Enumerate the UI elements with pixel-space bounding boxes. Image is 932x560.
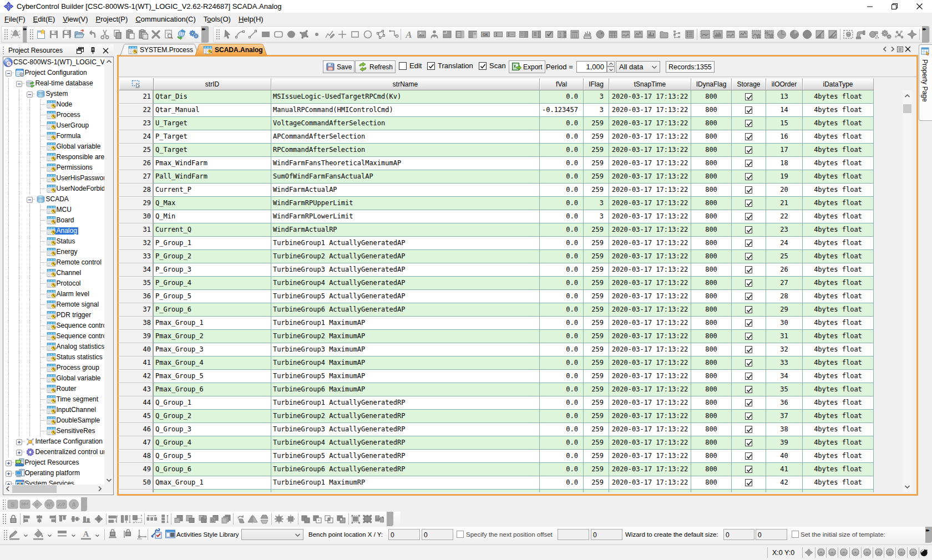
menu-help[interactable]: Help(H) [235, 13, 267, 25]
table-row[interactable]: 25Q_TargetRPCommandAfterSelection0.02592… [119, 144, 874, 157]
tree-item-node[interactable]: Node [3, 99, 102, 110]
tree-item-interface-configuration[interactable]: Interface Configuration [3, 436, 102, 447]
histogram-icon[interactable]: MMM [581, 28, 594, 41]
nav-list-icon[interactable] [897, 45, 903, 53]
table-row[interactable]: 33P_Group_2TurbineGroup2 ActuallyGenerat… [119, 250, 874, 263]
storage-checkbox[interactable] [745, 466, 752, 473]
tree-item-global-variable[interactable]: Global variable [3, 141, 102, 152]
table-row[interactable]: 24P_TargetAPCommandAfterSelection0.02592… [119, 130, 874, 144]
new-page-icon[interactable] [34, 28, 47, 41]
wave-panel-icon[interactable] [724, 28, 737, 41]
toolbar-grip[interactable] [3, 529, 7, 541]
align-center-pt-icon[interactable] [93, 513, 105, 525]
tree-item-decentralized-control-unit[interactable]: Decentralized control unit [3, 447, 102, 457]
wave-panel2-icon[interactable] [737, 28, 749, 41]
expand-icon[interactable] [16, 439, 22, 445]
checkbox-edit[interactable]: Edit [399, 62, 422, 70]
scroll-thumb[interactable] [903, 104, 911, 113]
editbox-icon[interactable] [492, 28, 504, 41]
scroll-down-icon[interactable] [903, 482, 911, 491]
toolbar-grip[interactable] [2, 498, 6, 511]
undo-icon[interactable] [85, 28, 98, 41]
table-row[interactable]: 45Q_Group_2TurbineGroup2 ActuallyGenerat… [119, 410, 874, 423]
tree-item-energy[interactable]: Energy [3, 247, 102, 257]
expand-icon[interactable] [16, 450, 22, 456]
expand-icon[interactable] [6, 471, 12, 477]
print-preview-icon[interactable] [162, 28, 175, 41]
tree-item-responsible-area[interactable]: Responsible area [3, 152, 102, 162]
tree-item-mcu[interactable]: MCU [3, 205, 102, 215]
table-row[interactable]: 31Current_QWindFarmActualRP0.02592020-03… [119, 223, 874, 237]
gear-pair-icon[interactable] [880, 28, 893, 41]
table-vertical-scrollbar[interactable] [903, 90, 912, 492]
tree-item-usernodeforbidden[interactable]: UserNodeForbidden [3, 184, 102, 194]
checkbox-icon[interactable] [543, 28, 555, 41]
tree-item-process-group[interactable]: Process group [3, 363, 102, 373]
panel-float-icon[interactable] [75, 46, 84, 55]
snap-grid2-icon[interactable] [285, 513, 297, 525]
table-row[interactable]: 49Q_Group_6TurbineGroup6 ActuallyGenerat… [119, 463, 874, 476]
storage-checkbox[interactable] [745, 133, 752, 140]
chevron-down-icon[interactable] [94, 532, 100, 538]
tree-item-project-resources[interactable]: Project Resources [3, 457, 102, 468]
editbox2-icon[interactable] [504, 28, 517, 41]
logic-zigzag-icon[interactable] [55, 498, 68, 511]
wave-panel2-icon[interactable] [632, 28, 645, 41]
snap-grid-icon[interactable] [273, 513, 285, 525]
handles-dashed-icon[interactable] [350, 513, 362, 525]
property-page-tab[interactable]: Property Page [919, 44, 932, 121]
save-button[interactable]: Save [323, 60, 354, 73]
tree-item-protocol[interactable]: Protocol [3, 278, 102, 289]
storage-checkbox[interactable] [745, 452, 752, 460]
tree-item-global-variable[interactable]: Global variable [3, 373, 102, 384]
storage-checkbox[interactable] [745, 359, 752, 366]
dot-icon[interactable] [310, 28, 323, 41]
tree-item-inputchannel[interactable]: InputChannel [3, 405, 102, 415]
bool-intersect-icon[interactable] [323, 513, 335, 525]
bool-union-icon[interactable] [300, 513, 311, 525]
same-size-icon[interactable] [131, 513, 143, 525]
bar-panel-icon[interactable] [645, 28, 657, 41]
menu-project[interactable]: Project(P) [92, 13, 132, 25]
flow-nodes-icon[interactable] [670, 28, 683, 41]
collapse-icon[interactable] [27, 197, 33, 203]
paste-icon[interactable] [124, 28, 136, 41]
tab-scada-analog[interactable]: SCADA.Analog [195, 44, 267, 55]
tree-item-process[interactable]: Process [3, 110, 102, 120]
table-row[interactable]: 38Pmax_Group_1TurbineGroup1 MaximumAP0.0… [119, 317, 874, 330]
cursor-icon[interactable] [221, 28, 234, 41]
line-icon[interactable] [246, 28, 259, 41]
sync-globe-icon[interactable] [175, 28, 188, 41]
bring-front-icon[interactable] [173, 513, 184, 525]
scroll-up-icon[interactable] [903, 91, 911, 100]
panel-side-icon[interactable] [466, 28, 479, 41]
export-button[interactable]: Export [509, 60, 545, 73]
storage-checkbox[interactable] [745, 333, 752, 340]
stamp-chart-icon[interactable] [698, 28, 711, 41]
tree-item-doublesample[interactable]: DoubleSample [3, 415, 102, 426]
storage-checkbox[interactable] [745, 213, 752, 220]
menu-communication[interactable]: Communication(C) [131, 13, 199, 25]
spread-v-icon[interactable] [158, 513, 170, 525]
tree-item-permissions[interactable]: Permissions [3, 162, 102, 173]
table-row[interactable]: 21Qtar_DisMSIssueLogic-UsedTargetRPCmd(K… [119, 90, 874, 104]
column-header-name[interactable]: strName [271, 78, 540, 90]
column-header-dyna[interactable]: IDynaFlag [691, 78, 732, 90]
storage-checkbox[interactable] [745, 253, 752, 260]
collapse-icon[interactable] [6, 70, 12, 77]
storage-checkbox[interactable] [745, 293, 752, 300]
polygon-filled-icon[interactable] [297, 28, 310, 41]
tree-item-usergroup[interactable]: UserGroup [3, 120, 102, 131]
table-row[interactable]: 42Pmax_Group_5TurbineGroup5 MaximumAP0.0… [119, 370, 874, 383]
tree-item-remote-control[interactable]: Remote control [3, 257, 102, 268]
diag-chart2-icon[interactable] [826, 28, 839, 41]
scroll-down-icon[interactable] [104, 476, 113, 485]
tree-item-pdr-trigger[interactable]: PDR trigger [3, 310, 102, 320]
offset-checkbox[interactable] [457, 531, 464, 538]
diag-chart-icon[interactable] [813, 28, 826, 41]
logic-return-icon[interactable] [19, 498, 31, 511]
tree-item-board[interactable]: Board [3, 215, 102, 226]
table-row[interactable]: 50Qmax_Group_1TurbineGroup1 MaximumRP0.0… [119, 476, 874, 490]
storage-checkbox[interactable] [745, 240, 752, 247]
storage-checkbox[interactable] [745, 200, 752, 207]
